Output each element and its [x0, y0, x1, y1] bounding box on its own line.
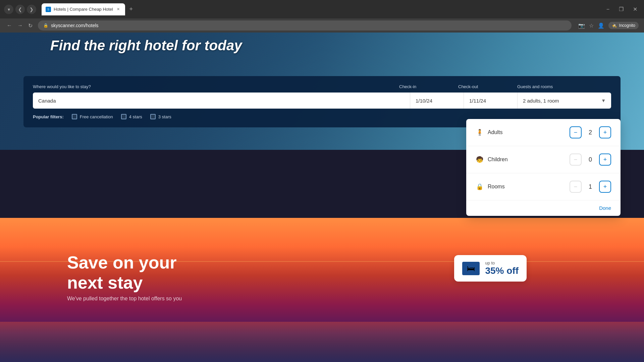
- minimize-btn[interactable]: −: [604, 5, 612, 14]
- form-fields: 2 adults, 1 room ▼: [33, 93, 611, 109]
- form-labels: Where would you like to stay? Check-in C…: [33, 84, 611, 89]
- checkout-label: Check-out: [458, 84, 512, 89]
- adults-icon: 🧍: [476, 129, 484, 136]
- filter-label-free-cancellation: Free cancellation: [80, 114, 113, 119]
- filter-checkbox-4-stars[interactable]: [121, 114, 126, 119]
- guests-dropdown: 🧍 Adults − 2 + 🧒 Children − 0 + 🔒 Rooms …: [466, 119, 621, 216]
- filter-checkbox-free-cancellation[interactable]: [72, 114, 77, 119]
- adults-increment-btn[interactable]: +: [599, 126, 611, 138]
- destination-input[interactable]: [33, 93, 410, 109]
- filter-4-stars[interactable]: 4 stars: [121, 114, 142, 119]
- children-increment-btn[interactable]: +: [599, 154, 611, 166]
- save-sub-text: We've pulled together the top hotel offe…: [67, 296, 182, 302]
- done-row: Done: [466, 200, 621, 216]
- url-text: skyscanner.com/hotels: [51, 23, 99, 28]
- rooms-icon: 🔒: [476, 183, 484, 190]
- next-tab-btn[interactable]: ❯: [27, 5, 36, 14]
- children-stepper: − 0 +: [570, 154, 611, 166]
- new-tab-btn[interactable]: +: [126, 5, 136, 14]
- deal-text: up to 35% off: [485, 260, 519, 276]
- profile-icon[interactable]: 👤: [598, 22, 604, 29]
- nav-buttons: ← → ↻: [5, 21, 34, 30]
- filter-label-4-stars: 4 stars: [129, 114, 142, 119]
- window-controls: − ❐ ✕: [604, 5, 640, 14]
- guests-field[interactable]: 2 adults, 1 room ▼: [517, 93, 611, 109]
- adults-label: Adults: [488, 129, 570, 135]
- incognito-badge: 🕵 Incognito: [608, 22, 639, 29]
- prev-tab-btn[interactable]: ❮: [15, 5, 25, 14]
- filter-label-3-stars: 3 stars: [158, 114, 171, 119]
- refresh-btn[interactable]: ↻: [27, 21, 34, 30]
- rooms-stepper: − 1 +: [570, 181, 611, 193]
- maximize-btn[interactable]: ❐: [616, 5, 626, 14]
- toolbar-icons: 📷 ☆ 👤 🕵 Incognito: [578, 22, 639, 29]
- hero-text: Find the right hotel for today: [50, 38, 242, 54]
- back-btn[interactable]: ←: [5, 21, 13, 30]
- children-value: 0: [587, 156, 594, 163]
- filters-label: Popular filters:: [33, 114, 64, 119]
- tab-title: Hotels | Compare Cheap Hotel: [54, 7, 113, 12]
- adults-row: 🧍 Adults − 2 +: [466, 119, 621, 146]
- camera-icon[interactable]: 📷: [578, 22, 585, 29]
- bookmark-icon[interactable]: ☆: [589, 22, 594, 29]
- rooms-label: Rooms: [488, 184, 570, 190]
- incognito-label: Incognito: [619, 23, 635, 28]
- deal-badge: up to 35% off: [454, 255, 527, 282]
- tab-favicon: S: [46, 7, 51, 12]
- done-button[interactable]: Done: [599, 205, 611, 211]
- lock-icon: 🔒: [43, 23, 48, 28]
- adults-value: 2: [587, 129, 594, 136]
- children-label: Children: [488, 157, 570, 163]
- tab-close-btn[interactable]: ✕: [116, 7, 121, 12]
- rooms-value: 1: [587, 183, 594, 190]
- filter-3-stars[interactable]: 3 stars: [150, 114, 171, 119]
- save-promo-text: Save on your next stay We've pulled toge…: [67, 253, 182, 302]
- save-line2: next stay: [67, 273, 143, 292]
- checkin-input[interactable]: [410, 93, 464, 109]
- filter-checkbox-3-stars[interactable]: [150, 114, 156, 119]
- tab-bar: S Hotels | Compare Cheap Hotel ✕ +: [42, 3, 601, 15]
- rooms-row: 🔒 Rooms − 1 +: [466, 173, 621, 200]
- adults-stepper: − 2 +: [570, 126, 611, 138]
- water-reflection: [0, 322, 644, 362]
- guests-value: 2 adults, 1 room: [523, 98, 559, 104]
- rooms-increment-btn[interactable]: +: [599, 181, 611, 193]
- children-row: 🧒 Children − 0 +: [466, 146, 621, 173]
- active-tab[interactable]: S Hotels | Compare Cheap Hotel ✕: [42, 3, 125, 15]
- checkin-label: Check-in: [399, 84, 453, 89]
- page-content: Find the right hotel for today Where wou…: [0, 33, 644, 362]
- rooms-decrement-btn[interactable]: −: [570, 181, 582, 193]
- deal-amount-text: 35% off: [485, 265, 519, 276]
- incognito-icon: 🕵: [612, 23, 617, 28]
- bottom-content: Save on your next stay We've pulled toge…: [0, 218, 644, 362]
- dropdown-arrow: [572, 119, 580, 120]
- save-main-text: Save on your next stay: [67, 253, 182, 293]
- filters-row: Popular filters: Free cancellation 4 sta…: [33, 114, 611, 119]
- destination-label: Where would you like to stay?: [33, 84, 394, 89]
- children-decrement-btn[interactable]: −: [570, 154, 582, 166]
- deal-upto-text: up to: [485, 260, 519, 265]
- checkout-input[interactable]: [464, 93, 517, 109]
- bed-icon: [462, 262, 480, 275]
- close-btn[interactable]: ✕: [630, 5, 640, 14]
- browser-nav-controls: ▾ ❮ ❯: [4, 5, 36, 14]
- browser-chrome: ▾ ❮ ❯ S Hotels | Compare Cheap Hotel ✕ +…: [0, 0, 644, 18]
- filter-free-cancellation[interactable]: Free cancellation: [72, 114, 113, 119]
- tab-list-btn[interactable]: ▾: [4, 5, 13, 14]
- guests-label: Guests and rooms: [517, 84, 611, 89]
- chevron-down-icon: ▼: [601, 98, 606, 103]
- save-line1: Save on your: [67, 253, 177, 272]
- address-input[interactable]: 🔒 skyscanner.com/hotels: [38, 20, 572, 31]
- children-icon: 🧒: [476, 156, 484, 163]
- adults-decrement-btn[interactable]: −: [570, 126, 582, 138]
- forward-btn[interactable]: →: [16, 21, 24, 30]
- address-bar: ← → ↻ 🔒 skyscanner.com/hotels 📷 ☆ 👤 🕵 In…: [0, 18, 644, 33]
